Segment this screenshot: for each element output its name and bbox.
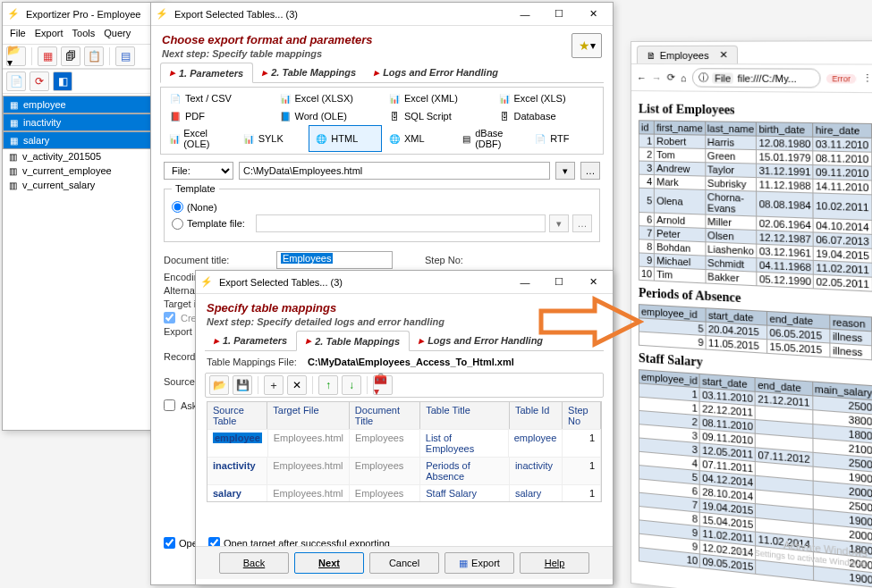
col-header[interactable]: Target File bbox=[267, 402, 350, 429]
format-dbase-dbf-[interactable]: ▤dBase (DBF) bbox=[455, 125, 529, 152]
url-text: file:///C:/My... bbox=[737, 72, 796, 84]
menu-query[interactable]: Query bbox=[104, 28, 131, 42]
askb-checkbox[interactable] bbox=[164, 399, 175, 411]
menu-export[interactable]: Export bbox=[35, 28, 63, 42]
format-icon: 📊 bbox=[498, 92, 511, 105]
format-text-csv[interactable]: 📄Text / CSV bbox=[163, 89, 273, 107]
format-excel-xml-[interactable]: 📊Excel (XML) bbox=[382, 89, 492, 107]
minimize-button[interactable]: — bbox=[509, 4, 541, 25]
menu-icon[interactable]: ⋮ bbox=[862, 72, 872, 85]
close-button[interactable]: ✕ bbox=[577, 272, 609, 293]
arrow-icon: ▸ bbox=[306, 335, 311, 347]
template-browse-button[interactable]: … bbox=[572, 214, 592, 232]
save-map-button[interactable]: 💾 bbox=[233, 375, 252, 395]
format-rtf[interactable]: 📄RTF bbox=[528, 125, 601, 152]
format-database[interactable]: 🗄Database bbox=[492, 107, 602, 125]
col-header[interactable]: Document Title bbox=[350, 402, 420, 429]
tools-button[interactable]: 🧰▾ bbox=[373, 375, 393, 395]
back-icon[interactable]: ← bbox=[637, 72, 647, 83]
open-button[interactable]: 📂▾ bbox=[6, 46, 26, 66]
table-row[interactable]: employeeEmployees.htmlEmployeesList of E… bbox=[207, 429, 601, 457]
menu-file[interactable]: File bbox=[10, 28, 26, 42]
col-header[interactable]: Step No bbox=[563, 402, 601, 429]
browser-tab[interactable]: 🗎 Employees ✕ bbox=[637, 46, 739, 63]
col-header[interactable]: Table Title bbox=[420, 402, 510, 429]
export-button[interactable]: ▦Export bbox=[444, 552, 514, 574]
close-button[interactable]: ✕ bbox=[577, 4, 609, 25]
tab-1-parameters[interactable]: ▸1. Parameters bbox=[160, 63, 253, 83]
help-button[interactable]: Help bbox=[520, 552, 589, 574]
tab-2-table-mappings[interactable]: ▸2. Table Mappings bbox=[296, 331, 410, 351]
tree-item-employee[interactable]: ▦employee bbox=[3, 96, 164, 113]
format-html[interactable]: 🌐HTML bbox=[309, 125, 382, 152]
minimize-button[interactable]: — bbox=[509, 272, 541, 293]
move-down-button[interactable]: ↓ bbox=[342, 375, 361, 395]
template-file-input[interactable] bbox=[256, 214, 546, 232]
query-button[interactable]: ▤ bbox=[115, 46, 135, 66]
forward-icon[interactable]: → bbox=[652, 72, 662, 83]
copy-button[interactable]: 🗐 bbox=[61, 46, 80, 66]
format-xml[interactable]: 🌐XML bbox=[382, 125, 455, 152]
main-window: ⚡ Exportizer Pro - Employee FileExportTo… bbox=[2, 2, 165, 431]
table-row[interactable]: inactivityEmployees.htmlEmployeesPeriods… bbox=[207, 457, 601, 484]
copy2-button[interactable]: 📄 bbox=[6, 71, 26, 91]
refresh-button[interactable]: ⟳ bbox=[30, 71, 49, 91]
menu-tools[interactable]: Tools bbox=[72, 28, 96, 42]
format-icon: 🗄 bbox=[498, 110, 511, 122]
create-checkbox[interactable] bbox=[164, 312, 175, 323]
back-button[interactable]: Back bbox=[219, 552, 289, 574]
tree-item-v_current_salary[interactable]: ▥v_current_salary bbox=[3, 178, 164, 192]
format-sql-script[interactable]: 🗄SQL Script bbox=[382, 107, 492, 125]
tab-close-icon[interactable]: ✕ bbox=[720, 49, 728, 61]
format-icon: 📊 bbox=[169, 132, 180, 145]
paste-button[interactable]: 📋 bbox=[84, 46, 104, 66]
format-excel-xls-[interactable]: 📊Excel (XLS) bbox=[492, 89, 602, 107]
open-t-checkbox[interactable] bbox=[164, 537, 175, 549]
select-button[interactable]: ◧ bbox=[53, 71, 72, 91]
format-excel-ole-[interactable]: 📊Excel (OLE) bbox=[163, 125, 236, 152]
main-title: Exportizer Pro - Employee bbox=[26, 9, 160, 20]
export-section-label: Export bbox=[164, 326, 192, 337]
reload-icon[interactable]: ⟳ bbox=[667, 71, 675, 83]
file-browse-button[interactable]: … bbox=[580, 162, 600, 180]
tree-item-v_current_employee[interactable]: ▥v_current_employee bbox=[3, 164, 164, 178]
doc-title-input[interactable]: Employees bbox=[276, 251, 393, 269]
move-up-button[interactable]: ↑ bbox=[318, 375, 338, 395]
tab-1-parameters[interactable]: ▸1. Parameters bbox=[205, 331, 296, 350]
grid-button[interactable]: ▦ bbox=[38, 46, 57, 66]
dialog2-title: Export Selected Tables... (3) bbox=[219, 277, 509, 288]
tab-logs-and-error-handling[interactable]: ▸Logs and Error Handling bbox=[410, 331, 552, 350]
template-none-radio[interactable] bbox=[172, 201, 183, 213]
col-header[interactable]: Source Table bbox=[207, 402, 267, 429]
open-map-button[interactable]: 📂 bbox=[209, 375, 229, 395]
format-excel-xlsx-[interactable]: 📊Excel (XLSX) bbox=[273, 89, 383, 107]
tab-2-table-mappings[interactable]: ▸2. Table Mappings bbox=[253, 63, 365, 82]
tree-item-inactivity[interactable]: ▦inactivity bbox=[3, 113, 164, 131]
file-dropdown[interactable]: ▾ bbox=[555, 162, 575, 180]
template-file-radio[interactable] bbox=[172, 218, 183, 230]
template-fieldset: Template (None) Template file: ▾ … bbox=[164, 183, 600, 242]
next-button[interactable]: Next bbox=[294, 552, 364, 574]
col-header[interactable]: Table Id bbox=[510, 402, 563, 429]
table-row[interactable]: salaryEmployees.htmlEmployeesStaff Salar… bbox=[207, 484, 601, 501]
maximize-button[interactable]: ☐ bbox=[543, 272, 575, 293]
format-pdf[interactable]: 📕PDF bbox=[163, 107, 273, 125]
file-mode-select[interactable]: File: bbox=[164, 162, 233, 180]
cancel-button[interactable]: Cancel bbox=[369, 552, 439, 574]
delete-row-button[interactable]: ✕ bbox=[287, 375, 307, 395]
format-word-ole-[interactable]: 📘Word (OLE) bbox=[273, 107, 383, 125]
address-bar[interactable]: ⓘ File file:///C:/My... bbox=[692, 68, 821, 88]
arrow-icon: ▸ bbox=[374, 67, 379, 79]
tree-item-v_activity_201505[interactable]: ▥v_activity_201505 bbox=[3, 149, 164, 164]
grid-header: Source TableTarget FileDocument TitleTab… bbox=[207, 402, 601, 429]
dialog1-title: Export Selected Tables... (3) bbox=[174, 9, 509, 20]
file-path-input[interactable] bbox=[239, 162, 550, 180]
tab-logs-and-error-handling[interactable]: ▸Logs and Error Handling bbox=[365, 63, 507, 82]
template-dropdown[interactable]: ▾ bbox=[549, 214, 569, 232]
tree-item-salary[interactable]: ▦salary bbox=[3, 131, 164, 149]
favorites-button[interactable]: ★ ▾ bbox=[571, 33, 602, 58]
maximize-button[interactable]: ☐ bbox=[543, 4, 575, 25]
home-icon[interactable]: ⌂ bbox=[681, 72, 687, 83]
format-sylk[interactable]: 📊SYLK bbox=[236, 125, 309, 152]
add-row-button[interactable]: ＋ bbox=[264, 375, 284, 395]
